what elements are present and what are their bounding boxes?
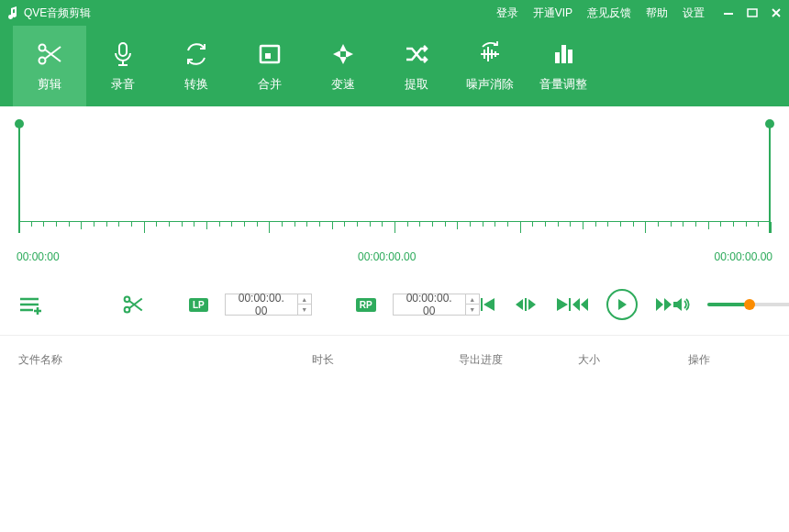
svg-rect-0 bbox=[724, 13, 733, 15]
denoise-icon bbox=[475, 39, 505, 69]
volume-icon[interactable] bbox=[672, 296, 691, 313]
nav-label: 剪辑 bbox=[38, 76, 61, 93]
left-time-input[interactable]: 00:00:00. 00 ▲ ▼ bbox=[225, 294, 312, 316]
lp-badge[interactable]: LP bbox=[189, 298, 208, 312]
left-time-value: 00:00:00. 00 bbox=[226, 292, 297, 317]
nav-denoise[interactable]: 噪声消除 bbox=[453, 26, 527, 106]
svg-rect-1 bbox=[748, 9, 757, 17]
left-time-up[interactable]: ▲ bbox=[298, 294, 311, 305]
merge-icon bbox=[255, 39, 284, 69]
svg-point-11 bbox=[125, 307, 130, 313]
right-time-input[interactable]: 00:00:00. 00 ▲ ▼ bbox=[393, 294, 480, 316]
maximize-button[interactable] bbox=[747, 7, 758, 18]
col-actions: 操作 bbox=[688, 352, 771, 368]
nav-label: 音量调整 bbox=[539, 76, 587, 93]
left-time-down[interactable]: ▼ bbox=[298, 305, 311, 315]
nav-record[interactable]: 录音 bbox=[86, 26, 160, 106]
cut-button[interactable] bbox=[121, 293, 145, 316]
waveform-handle-left[interactable] bbox=[18, 125, 20, 233]
app-icon bbox=[7, 6, 18, 19]
svg-point-2 bbox=[39, 45, 46, 51]
time-mid-label: 00:00:00.00 bbox=[358, 250, 416, 263]
add-file-button[interactable] bbox=[18, 294, 44, 316]
svg-rect-13 bbox=[525, 298, 527, 311]
forward-button[interactable] bbox=[654, 297, 672, 312]
help-link[interactable]: 帮助 bbox=[646, 6, 668, 21]
svg-rect-14 bbox=[569, 298, 571, 311]
col-filename: 文件名称 bbox=[18, 352, 312, 368]
volume-fill bbox=[707, 303, 750, 306]
microphone-icon bbox=[108, 39, 138, 69]
right-time-down[interactable]: ▼ bbox=[466, 305, 479, 315]
col-progress: 导出进度 bbox=[459, 352, 578, 368]
nav-speed[interactable]: 变速 bbox=[306, 26, 380, 106]
nav-volume[interactable]: 音量调整 bbox=[527, 26, 600, 106]
waveform-ruler bbox=[18, 221, 771, 236]
settings-link[interactable]: 设置 bbox=[683, 6, 705, 21]
goto-start-button[interactable] bbox=[480, 296, 498, 313]
nav-convert[interactable]: 转换 bbox=[160, 26, 233, 106]
nav-label: 提取 bbox=[405, 76, 428, 93]
svg-rect-12 bbox=[481, 298, 483, 311]
shuffle-icon bbox=[402, 39, 431, 69]
waveform-track[interactable] bbox=[15, 125, 774, 249]
file-table-header: 文件名称 时长 导出进度 大小 操作 bbox=[0, 336, 789, 384]
close-button[interactable] bbox=[771, 7, 782, 18]
rp-badge[interactable]: RP bbox=[356, 298, 376, 312]
nav-edit[interactable]: 剪辑 bbox=[13, 26, 86, 106]
nav-label: 噪声消除 bbox=[466, 76, 514, 93]
col-duration: 时长 bbox=[312, 352, 459, 368]
nav-label: 合并 bbox=[258, 76, 282, 93]
speed-icon bbox=[328, 39, 358, 69]
goto-end-button[interactable] bbox=[553, 296, 572, 313]
convert-icon bbox=[182, 39, 211, 69]
scissors-icon bbox=[35, 39, 64, 69]
titlebar: QVE音频剪辑 登录 开通VIP 意见反馈 帮助 设置 bbox=[0, 0, 789, 26]
trim-inward-button[interactable] bbox=[515, 296, 537, 313]
equalizer-icon bbox=[549, 39, 578, 69]
nav-merge[interactable]: 合并 bbox=[233, 26, 306, 106]
svg-point-10 bbox=[125, 296, 130, 302]
svg-rect-7 bbox=[555, 52, 560, 63]
waveform-handle-right[interactable] bbox=[769, 125, 771, 233]
login-link[interactable]: 登录 bbox=[496, 6, 518, 21]
nav-label: 转换 bbox=[184, 76, 208, 93]
app-title: QVE音频剪辑 bbox=[24, 6, 91, 21]
vip-link[interactable]: 开通VIP bbox=[533, 6, 572, 21]
nav-label: 变速 bbox=[331, 76, 355, 93]
rewind-button[interactable] bbox=[572, 297, 590, 312]
time-end-label: 00:00:00.00 bbox=[715, 250, 772, 263]
svg-rect-6 bbox=[265, 53, 271, 59]
svg-rect-9 bbox=[568, 50, 572, 63]
svg-rect-8 bbox=[561, 45, 566, 63]
waveform-area: 00:00:00 00:00:00.00 00:00:00.00 bbox=[0, 106, 789, 267]
volume-slider[interactable] bbox=[707, 303, 789, 306]
edit-toolbar: LP 00:00:00. 00 ▲ ▼ RP 00:00:00. 00 ▲ ▼ bbox=[0, 267, 789, 335]
play-button[interactable] bbox=[606, 289, 638, 320]
svg-point-3 bbox=[39, 58, 46, 64]
titlebar-links: 登录 开通VIP 意见反馈 帮助 设置 bbox=[496, 6, 705, 21]
svg-rect-4 bbox=[119, 43, 127, 56]
nav-label: 录音 bbox=[111, 76, 135, 93]
main-nav: 剪辑 录音 转换 合并 bbox=[0, 26, 789, 106]
minimize-button[interactable] bbox=[723, 7, 734, 18]
feedback-link[interactable]: 意见反馈 bbox=[587, 6, 631, 21]
right-time-value: 00:00:00. 00 bbox=[394, 292, 465, 317]
time-start-label: 00:00:00 bbox=[17, 250, 60, 263]
right-time-up[interactable]: ▲ bbox=[466, 294, 479, 305]
volume-knob[interactable] bbox=[744, 299, 755, 310]
nav-extract[interactable]: 提取 bbox=[380, 26, 453, 106]
col-size: 大小 bbox=[578, 352, 688, 368]
